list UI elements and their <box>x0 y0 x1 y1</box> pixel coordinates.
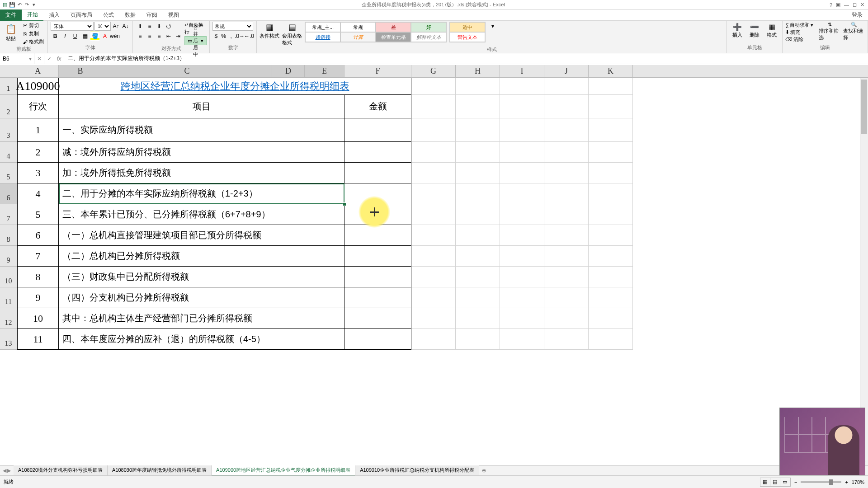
border-button[interactable]: ▦ <box>80 32 90 41</box>
formula-input[interactable]: 二、用于分摊的本年实际应纳所得税额（1-2+3） <box>64 55 868 62</box>
fx-icon[interactable]: fx <box>54 54 64 64</box>
name-box-input[interactable] <box>3 56 29 62</box>
conditional-format-button[interactable]: ▦条件格式 <box>259 22 279 39</box>
align-left-icon[interactable]: ≡ <box>136 32 145 41</box>
cell[interactable] <box>500 183 544 204</box>
cell[interactable] <box>411 142 456 163</box>
fill-color-button[interactable]: 🪣 <box>90 32 99 41</box>
zoom-level[interactable]: 178% <box>852 479 864 485</box>
cell[interactable] <box>589 95 633 118</box>
cell[interactable] <box>544 163 589 183</box>
undo-icon[interactable]: ↶ <box>16 2 23 8</box>
grid-body[interactable]: 1A109000跨地区经营汇总纳税企业年度分摊企业所得税明细表2行次项目金额31… <box>0 78 868 475</box>
tab-formulas[interactable]: 公式 <box>98 9 119 21</box>
row-amount[interactable] <box>344 183 411 204</box>
percent-icon[interactable]: % <box>220 32 227 41</box>
sheet-nav-next-icon[interactable]: ▶ <box>7 468 11 474</box>
row-amount[interactable] <box>344 287 411 308</box>
add-sheet-button[interactable]: ⊕ <box>479 468 488 474</box>
underline-button[interactable]: U <box>71 32 80 41</box>
name-box-dropdown-icon[interactable]: ▾ <box>29 56 32 62</box>
cell[interactable] <box>456 95 500 118</box>
clear-button[interactable]: ⌫清除 <box>785 36 813 43</box>
column-header-C[interactable]: C <box>102 65 272 77</box>
row-header[interactable]: 11 <box>0 287 17 308</box>
row-header[interactable]: 9 <box>0 246 17 267</box>
align-right-icon[interactable]: ≡ <box>155 32 164 41</box>
row-header[interactable]: 6 <box>0 183 17 204</box>
row-amount[interactable] <box>344 308 411 329</box>
autosum-button[interactable]: ∑自动求和▾ <box>785 22 813 28</box>
cell[interactable] <box>544 225 589 246</box>
row-header[interactable]: 1 <box>0 78 17 95</box>
cell[interactable] <box>589 246 633 267</box>
row-amount[interactable] <box>344 142 411 163</box>
tab-data[interactable]: 数据 <box>119 9 141 21</box>
cell[interactable] <box>589 225 633 246</box>
column-header-B[interactable]: B <box>59 65 102 77</box>
orientation-icon[interactable]: ⭯ <box>164 22 173 31</box>
zoom-out-icon[interactable]: − <box>794 479 797 485</box>
number-format-select[interactable]: 常规 <box>212 22 253 31</box>
styles-more-icon[interactable]: ▾ <box>488 22 497 31</box>
page-layout-view-icon[interactable]: ▤ <box>770 478 780 486</box>
cell[interactable] <box>456 142 500 163</box>
format-painter-button[interactable]: 🖌格式刷 <box>21 38 45 46</box>
cell[interactable] <box>589 329 633 350</box>
format-as-table-button[interactable]: ▤套用表格格式 <box>282 22 302 46</box>
maximize-icon[interactable]: ◻ <box>853 2 857 8</box>
find-select-button[interactable]: 🔍查找和选择 <box>843 22 865 41</box>
cell[interactable] <box>456 204 500 225</box>
row-amount[interactable] <box>344 163 411 183</box>
column-header-H[interactable]: H <box>456 65 500 77</box>
cell[interactable] <box>589 308 633 329</box>
row-amount[interactable] <box>344 246 411 267</box>
row-header[interactable]: 5 <box>0 163 17 183</box>
row-amount[interactable] <box>344 267 411 287</box>
sheet-tab[interactable]: A109010企业所得税汇总纳税分支机构所得税分配表 <box>355 465 479 476</box>
scroll-thumb[interactable] <box>861 80 867 134</box>
row-header[interactable]: 3 <box>0 118 17 142</box>
sheet-nav-prev-icon[interactable]: ◀ <box>3 468 6 474</box>
tab-view[interactable]: 视图 <box>163 9 184 21</box>
style-explain[interactable]: 解释性文本 <box>411 32 446 42</box>
cell[interactable] <box>544 246 589 267</box>
column-header-F[interactable]: F <box>344 65 411 77</box>
cell[interactable] <box>411 225 456 246</box>
style-normal-main[interactable]: 常规_主... <box>305 22 340 32</box>
cell[interactable] <box>500 329 544 350</box>
cell[interactable] <box>500 267 544 287</box>
ribbon-display-icon[interactable]: ▣ <box>836 2 840 8</box>
column-header-A[interactable]: A <box>17 65 59 77</box>
cell[interactable] <box>589 204 633 225</box>
cell[interactable] <box>544 329 589 350</box>
cell[interactable] <box>456 267 500 287</box>
cell-styles-gallery[interactable]: 常规_主... 常规 差 好 超链接 计算 检查单元格 解释性文本 <box>305 22 447 42</box>
cell[interactable] <box>456 287 500 308</box>
cell[interactable] <box>411 246 456 267</box>
paste-button[interactable]: 📋 粘贴 <box>3 22 19 43</box>
cell[interactable] <box>411 329 456 350</box>
cut-button[interactable]: ✂剪切 <box>21 22 45 29</box>
increase-indent-icon[interactable]: ⇥ <box>174 32 183 41</box>
redo-icon[interactable]: ↷ <box>24 2 30 8</box>
page-break-view-icon[interactable]: ▭ <box>780 478 790 486</box>
minimize-icon[interactable]: — <box>844 2 849 8</box>
cell[interactable] <box>456 183 500 204</box>
sheet-tab[interactable]: A108030跨年度结转抵免境外所得税明细表 <box>108 465 212 476</box>
row-header[interactable]: 10 <box>0 267 17 287</box>
font-size-select[interactable]: 10 <box>94 22 111 31</box>
font-name-select[interactable]: 宋体 <box>51 22 94 31</box>
cell[interactable] <box>500 308 544 329</box>
align-bottom-icon[interactable]: ⬇ <box>155 22 164 31</box>
cell[interactable] <box>456 118 500 142</box>
row-amount[interactable] <box>344 225 411 246</box>
copy-button[interactable]: ⎘复制 <box>21 30 45 38</box>
column-header-I[interactable]: I <box>500 65 544 77</box>
font-color-button[interactable]: A <box>100 32 109 41</box>
cell[interactable] <box>456 308 500 329</box>
cell[interactable] <box>544 287 589 308</box>
cell[interactable] <box>411 163 456 183</box>
currency-icon[interactable]: $ <box>212 32 220 41</box>
cell[interactable] <box>411 204 456 225</box>
